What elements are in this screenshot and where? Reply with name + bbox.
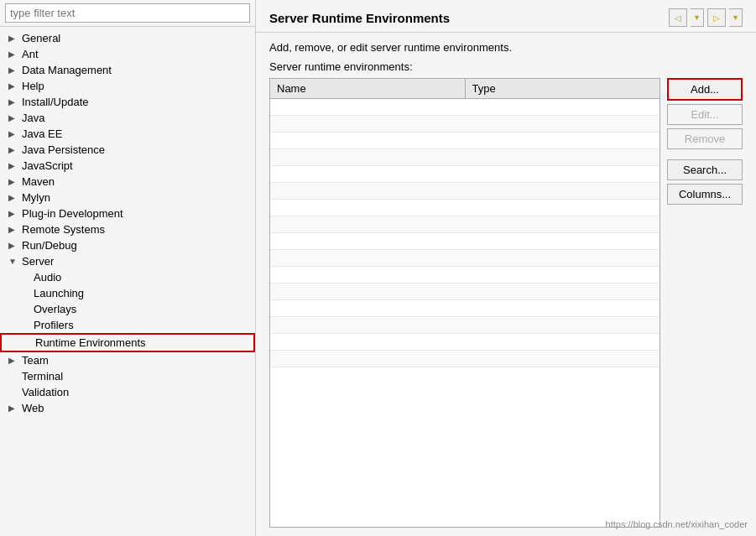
sidebar-item-maven[interactable]: Maven (0, 174, 255, 190)
table-body (270, 99, 660, 367)
sidebar-item-label: Overlays (34, 303, 76, 315)
sidebar-item-java-persistence[interactable]: Java Persistence (0, 142, 255, 158)
sidebar-item-terminal[interactable]: Terminal (0, 368, 255, 384)
sidebar-item-overlays[interactable]: Overlays (0, 301, 255, 317)
columns-button[interactable]: Columns... (667, 184, 743, 205)
arrow-icon (8, 113, 20, 122)
sidebar-item-ant[interactable]: Ant (0, 46, 255, 62)
dropdown-icon: ▼ (693, 13, 701, 22)
filter-input[interactable] (5, 3, 250, 23)
sidebar-item-label: Help (22, 80, 44, 92)
table-row (270, 250, 660, 267)
sidebar-item-label: Run/Debug (22, 239, 77, 252)
sidebar-item-plugin-development[interactable]: Plug-in Development (0, 206, 255, 221)
arrow-icon (8, 177, 20, 186)
filter-input-container (0, 0, 255, 27)
sidebar-item-label: Maven (22, 175, 55, 188)
content-header: Server Runtime Environments ◁ ▼ ▷ ▼ (256, 0, 756, 33)
sidebar-item-javascript[interactable]: JavaScript (0, 158, 255, 174)
sidebar-item-profilers[interactable]: Profilers (0, 317, 255, 333)
sidebar-item-mylyn[interactable]: Mylyn (0, 190, 255, 206)
content-body: Add, remove, or edit server runtime envi… (256, 33, 756, 536)
arrow-icon (8, 34, 20, 43)
table-row (270, 99, 660, 116)
sidebar-item-general[interactable]: General (0, 30, 255, 46)
forward-button[interactable]: ▷ (707, 8, 726, 27)
forward-icon: ▷ (713, 13, 720, 23)
sidebar-item-label: Runtime Environments (35, 336, 146, 349)
arrow-icon (8, 403, 20, 413)
arrow-icon (8, 49, 20, 59)
add-button[interactable]: Add... (667, 78, 743, 101)
sidebar-item-label: Remote Systems (22, 223, 105, 236)
table-row (270, 284, 660, 300)
table-row (270, 351, 660, 367)
sidebar-item-remote-systems[interactable]: Remote Systems (0, 221, 255, 237)
description-text: Add, remove, or edit server runtime envi… (269, 41, 743, 54)
main-container: General Ant Data Management Help Install… (0, 0, 756, 536)
sidebar-item-java-ee[interactable]: Java EE (0, 126, 255, 142)
column-type: Type (466, 79, 660, 98)
sidebar-item-label: Java (22, 112, 44, 124)
table-row (270, 267, 660, 284)
sidebar-item-help[interactable]: Help (0, 78, 255, 94)
sidebar-item-label: Java EE (22, 127, 62, 140)
table-and-buttons: Name Type (269, 78, 743, 528)
sidebar-item-label: General (22, 32, 60, 44)
arrow-icon (8, 356, 20, 365)
sidebar-item-label: Team (22, 354, 49, 367)
buttons-panel: Add... Edit... Remove Search... Columns.… (667, 78, 743, 528)
dropdown-icon: ▼ (732, 13, 739, 22)
sidebar-item-web[interactable]: Web (0, 400, 255, 416)
table-row (270, 133, 660, 149)
sidebar-item-label: Plug-in Development (22, 207, 123, 220)
content-panel: Server Runtime Environments ◁ ▼ ▷ ▼ Add,… (256, 0, 756, 536)
sidebar-item-team[interactable]: Team (0, 352, 255, 368)
sidebar-item-install-update[interactable]: Install/Update (0, 94, 255, 110)
search-button[interactable]: Search... (667, 159, 743, 180)
arrow-icon (8, 193, 20, 202)
arrow-icon (8, 161, 20, 170)
sidebar: General Ant Data Management Help Install… (0, 0, 256, 536)
arrow-icon (8, 81, 20, 91)
sidebar-item-label: Launching (34, 287, 84, 299)
sidebar-item-label: Install/Update (22, 96, 89, 108)
runtime-environments-table: Name Type (269, 78, 660, 528)
sidebar-item-label: JavaScript (22, 159, 73, 172)
forward-dropdown[interactable]: ▼ (729, 8, 743, 27)
sidebar-item-label: Validation (22, 386, 69, 398)
sidebar-item-label: Profilers (34, 319, 74, 331)
sidebar-item-validation[interactable]: Validation (0, 384, 255, 400)
back-icon: ◁ (675, 13, 681, 23)
table-row (270, 334, 660, 351)
header-actions: ◁ ▼ ▷ ▼ (669, 8, 743, 27)
sidebar-item-data-management[interactable]: Data Management (0, 62, 255, 78)
table-row (270, 166, 660, 183)
table-row (270, 116, 660, 133)
table-row (270, 183, 660, 200)
sidebar-item-server[interactable]: Server (0, 253, 255, 269)
back-dropdown[interactable]: ▼ (691, 8, 704, 27)
sidebar-item-label: Web (22, 402, 44, 414)
table-row (270, 149, 660, 166)
sidebar-item-label: Ant (22, 48, 39, 60)
arrow-icon (8, 209, 20, 218)
table-row (270, 300, 660, 317)
sidebar-item-label: Mylyn (22, 191, 50, 204)
sidebar-item-label: Terminal (22, 370, 63, 382)
column-name: Name (270, 79, 466, 98)
sidebar-item-runtime-environments[interactable]: Runtime Environments (0, 333, 255, 352)
sidebar-item-java[interactable]: Java (0, 110, 255, 126)
sidebar-item-audio[interactable]: Audio (0, 269, 255, 285)
sidebar-item-run-debug[interactable]: Run/Debug (0, 237, 255, 253)
section-label: Server runtime environments: (269, 60, 743, 73)
remove-button[interactable]: Remove (667, 128, 743, 149)
watermark: https://blog.csdn.net/xixihan_coder (606, 519, 748, 529)
table-row (270, 216, 660, 233)
arrow-icon (8, 129, 20, 138)
back-button[interactable]: ◁ (669, 8, 687, 27)
sidebar-item-label: Server (22, 255, 54, 268)
arrow-icon (8, 97, 20, 107)
sidebar-item-launching[interactable]: Launching (0, 285, 255, 301)
edit-button[interactable]: Edit... (667, 104, 743, 125)
